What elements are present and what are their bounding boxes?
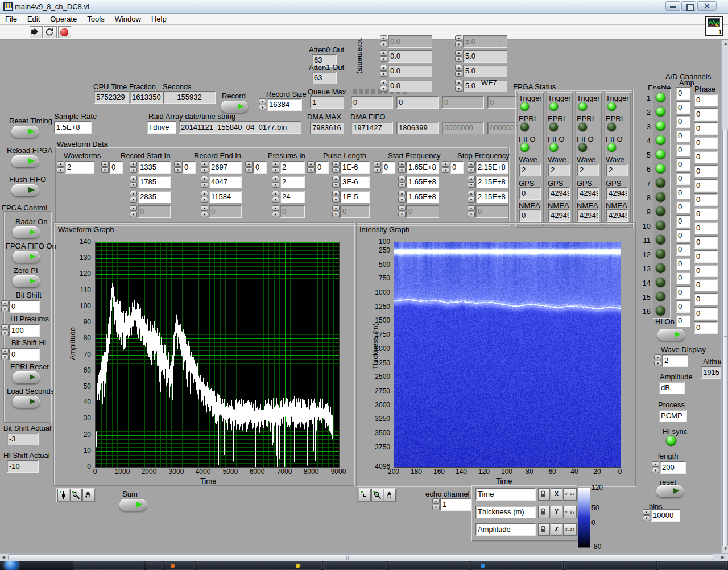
amp-input[interactable]: 0 — [676, 158, 690, 171]
wf-value-input[interactable]: 1E-5 — [340, 191, 370, 203]
channel-enable-led[interactable] — [656, 263, 665, 273]
channel-enable-led[interactable] — [656, 221, 665, 230]
sample-rate-input[interactable]: 1.5E+8 — [54, 121, 92, 134]
horizontal-scrollbar[interactable]: ◀ ▶ — [0, 553, 728, 561]
waveform-crosshair-button[interactable] — [57, 489, 69, 501]
bit-shift-spinner[interactable]: ▲▼ — [1, 300, 9, 313]
phase-input[interactable]: 0 — [694, 293, 718, 305]
echo-channel-spinner[interactable]: ▲▼ — [432, 498, 440, 511]
autoscale-axis-button[interactable]: Y — [551, 506, 562, 518]
wf-value-spinner[interactable]: ▲▼ — [130, 161, 137, 174]
wf-value-spinner[interactable]: ▲▼ — [272, 205, 279, 218]
record-size-input[interactable]: 16384 — [267, 98, 302, 111]
wf-value-input[interactable]: 2835 — [138, 191, 171, 203]
channel-enable-led[interactable] — [656, 292, 665, 301]
process-input[interactable]: PCMP — [659, 410, 687, 422]
vertical-scrollbar[interactable]: ▲ ▼ — [721, 40, 728, 553]
taskbar-app-button[interactable] — [196, 561, 322, 570]
wf-value-input[interactable]: 2 — [280, 161, 305, 174]
wf-index-input[interactable]: 0 — [382, 161, 395, 174]
echo-channel-input[interactable]: 1 — [440, 498, 473, 511]
wf-index-input[interactable]: 0 — [253, 161, 267, 174]
channel-enable-led[interactable] — [656, 306, 665, 316]
close-button[interactable]: × — [697, 1, 717, 11]
scale-format-button[interactable]: z.zz — [563, 523, 577, 536]
abort-button[interactable] — [58, 26, 71, 38]
amp-input[interactable]: 0 — [676, 201, 690, 213]
phase-input[interactable]: 0 — [694, 222, 718, 234]
menu-file[interactable]: File — [0, 14, 22, 24]
legend-axis-name-input[interactable]: Time — [475, 488, 536, 501]
phase-input[interactable]: 0 — [694, 108, 718, 121]
wf-param-spinner[interactable]: ▲▼ — [380, 65, 387, 77]
wf-value-input[interactable]: 2.15E+8 — [475, 176, 508, 188]
taskbar-app-button[interactable] — [73, 561, 144, 570]
taskbar-app-button[interactable] — [471, 561, 563, 570]
wf-value-spinner[interactable]: ▲▼ — [130, 191, 137, 203]
channel-enable-led[interactable] — [656, 164, 665, 174]
wf-value-input[interactable]: 3E-6 — [340, 176, 370, 188]
wf-index-input[interactable]: 0 — [315, 161, 329, 174]
wf-value-spinner[interactable]: ▲▼ — [468, 176, 475, 188]
phase-input[interactable]: 0 — [694, 307, 718, 320]
wf-param-spinner[interactable]: ▲▼ — [380, 80, 387, 92]
wf-value-spinner[interactable]: ▲▼ — [332, 205, 340, 218]
amp-input[interactable]: 0 — [676, 243, 690, 256]
amp-input[interactable]: 0 — [676, 87, 690, 100]
amp-input[interactable]: 0 — [676, 130, 690, 142]
bit-shift-hi-spinner[interactable]: ▲▼ — [1, 348, 9, 361]
scale-format-button[interactable]: y.yy — [563, 506, 577, 518]
horizontal-scrollbar-thumb[interactable] — [8, 554, 713, 560]
taskbar-app-button[interactable] — [146, 561, 163, 570]
wf-index-spinner[interactable]: ▲▼ — [245, 161, 253, 174]
hi-on-button[interactable] — [657, 329, 685, 341]
amp-input[interactable]: 0 — [676, 172, 690, 185]
amp-input[interactable]: 0 — [676, 272, 690, 284]
wf-value-input[interactable]: 1335 — [138, 161, 171, 174]
wf-value-spinner[interactable]: ▲▼ — [130, 176, 137, 188]
menu-operate[interactable]: Operate — [45, 14, 82, 24]
wf-value-input[interactable]: 2.15E+8 — [475, 191, 508, 203]
channel-enable-led[interactable] — [656, 178, 665, 188]
wf-value-spinner[interactable]: ▲▼ — [332, 191, 340, 203]
lock-autoscale-button[interactable] — [538, 488, 550, 501]
wf-value-spinner[interactable]: ▲▼ — [332, 176, 340, 188]
wf-index-input[interactable]: 0 — [109, 161, 123, 174]
wf-index-input[interactable]: 0 — [450, 161, 464, 174]
wf-param-spinner[interactable]: ▲▼ — [455, 50, 462, 63]
wf-value-input[interactable]: 4047 — [209, 176, 242, 188]
zero-pi-button[interactable] — [13, 275, 40, 287]
wf-value-spinner[interactable]: ▲▼ — [398, 205, 406, 218]
wf-value-input[interactable]: 11584 — [209, 191, 242, 203]
menu-tools[interactable]: Tools — [82, 14, 109, 24]
wf-param-spinner[interactable]: ▲▼ — [455, 65, 462, 77]
wf-value-spinner[interactable]: ▲▼ — [201, 176, 208, 188]
menu-edit[interactable]: Edit — [22, 14, 45, 24]
phase-input[interactable]: 0 — [694, 250, 718, 263]
taskbar-app-button[interactable] — [164, 561, 195, 570]
restore-button[interactable] — [681, 1, 696, 11]
wf-value-input[interactable]: 1.65E+8 — [406, 176, 439, 188]
wf-value-input[interactable]: 1785 — [138, 176, 171, 188]
taskbar-app-button[interactable] — [657, 561, 727, 570]
reset-timing-button[interactable] — [11, 126, 39, 138]
channel-enable-led[interactable] — [656, 93, 665, 102]
wf-value-input[interactable]: 2 — [280, 176, 305, 188]
wf-index-spinner[interactable]: ▲▼ — [442, 161, 449, 174]
waveform-pan-button[interactable] — [82, 489, 94, 501]
amp-input[interactable]: 0 — [676, 115, 690, 128]
taskbar-app-button[interactable] — [323, 561, 387, 570]
raid-drive-input[interactable]: f drive — [147, 121, 176, 134]
channel-enable-led[interactable] — [656, 121, 665, 131]
phase-input[interactable]: 0 — [694, 321, 718, 334]
epri-reset-button[interactable] — [13, 371, 40, 383]
phase-input[interactable]: 0 — [694, 193, 718, 206]
amp-input[interactable]: 0 — [676, 229, 690, 242]
wf-value-spinner[interactable]: ▲▼ — [398, 176, 406, 188]
wf-value-spinner[interactable]: ▲▼ — [272, 176, 279, 188]
wave-display-spinner[interactable]: ▲▼ — [654, 354, 661, 367]
legend-axis-name-input[interactable]: Thickness (m) — [475, 506, 536, 518]
wf-value-spinner[interactable]: ▲▼ — [398, 161, 406, 174]
start-button[interactable] — [5, 561, 18, 570]
run-button[interactable] — [30, 26, 43, 38]
